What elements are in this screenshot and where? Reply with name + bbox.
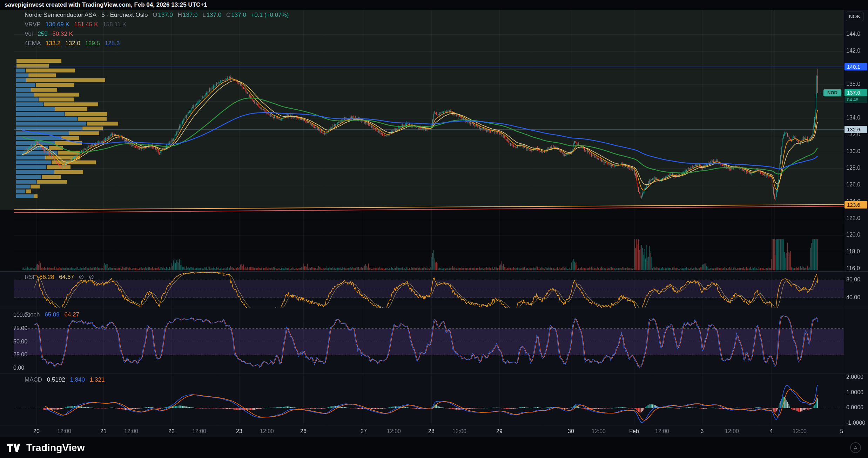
time-axis-label[interactable]: 29 (496, 428, 503, 435)
price-tick-label: 142.0 (846, 48, 860, 54)
tradingview-logo-icon[interactable] (7, 443, 22, 452)
ohlc-h-label: H (178, 12, 182, 18)
time-axis-label[interactable]: 21 (100, 428, 107, 435)
vrvp-sell-value: 151.45 K (74, 21, 98, 28)
price-label-123-6: 123.6 (845, 201, 867, 209)
bar-countdown: 04:48 (845, 97, 867, 103)
rsi-tick-label: 40.00 (846, 294, 860, 301)
ema-value-2: 132.0 (65, 40, 80, 47)
ohlc-c-value: 137.0 (231, 12, 246, 18)
stoch-name[interactable]: Stoch (25, 311, 40, 318)
currency-button[interactable]: NOK (846, 12, 863, 21)
symbol-price-tag: NOD (823, 89, 841, 96)
time-axis-label[interactable]: 12:00 (387, 428, 401, 435)
price-tick-label: 130.0 (846, 148, 860, 155)
stoch-legend: Stoch 65.09 64.27 (25, 311, 82, 320)
volume-ma-value: 50.32 K (52, 30, 73, 37)
corner-badge[interactable]: A (850, 442, 861, 453)
price-tick-label: 128.0 (846, 165, 860, 171)
ema-value-1: 133.2 (46, 40, 61, 47)
chart-overlays: NOK 140.1 137.0 04:48 NOD 132.6 123.6 14… (0, 0, 868, 458)
macd-tick-label: -1.0000 (846, 420, 865, 426)
price-tick-label: 122.0 (846, 215, 860, 221)
rsi-value: 66.28 (39, 274, 54, 280)
stoch-d-value: 64.27 (65, 311, 80, 318)
rsi-hidden-value-2: ∅ (89, 274, 94, 280)
rsi-name[interactable]: RSI (25, 274, 34, 280)
time-axis-label[interactable]: 12:00 (452, 428, 466, 435)
time-axis-label[interactable]: 22 (168, 428, 175, 435)
symbol-legend-row: Nordic Semiconductor ASA · 5 · Euronext … (25, 11, 292, 19)
vrvp-total-value: 158.11 K (103, 21, 126, 28)
stoch-tick-label: 0.00 (13, 365, 24, 371)
time-axis-label[interactable]: 12:00 (592, 428, 606, 435)
price-tick-label: 126.0 (846, 182, 860, 188)
time-axis-label[interactable]: 12:00 (57, 428, 71, 435)
price-tick-label: 144.0 (846, 31, 860, 37)
price-tick-label: 134.0 (846, 115, 860, 121)
stoch-k-value: 65.09 (45, 311, 60, 318)
ema-name[interactable]: 4EMA (25, 40, 41, 47)
time-axis-label[interactable]: Feb (629, 428, 639, 435)
macd-hist-value: 0.5192 (47, 376, 65, 383)
main-legend: Nordic Semiconductor ASA · 5 · Euronext … (25, 11, 292, 49)
ohlc-h-value: 137.0 (183, 12, 198, 18)
price-label-140-1: 140.1 (845, 63, 867, 70)
footer-bar: TradingView A (0, 437, 868, 458)
time-axis-label[interactable]: 26 (300, 428, 307, 435)
macd-line-value: 1.840 (70, 376, 85, 383)
macd-tick-label: 0.0000 (846, 404, 863, 411)
macd-signal-value: 1.321 (90, 376, 105, 383)
brand-name[interactable]: TradingView (26, 442, 85, 453)
time-axis-label[interactable]: 28 (428, 428, 435, 435)
time-axis-label[interactable]: 23 (236, 428, 242, 435)
rsi-hidden-value-1: ∅ (79, 274, 84, 280)
vrvp-legend-row: VRVP 136.69 K 151.45 K 158.11 K (25, 21, 292, 28)
stoch-tick-label: 25.00 (13, 351, 27, 358)
symbol-title[interactable]: Nordic Semiconductor ASA · 5 · Euronext … (25, 12, 148, 18)
price-tick-label: 120.0 (846, 232, 860, 238)
macd-name[interactable]: MACD (25, 376, 42, 383)
volume-value: 259 (38, 30, 47, 37)
time-axis-label[interactable]: 12:00 (192, 428, 206, 435)
price-tick-label: 116.0 (846, 265, 860, 272)
time-axis-label[interactable]: 4 (770, 428, 773, 435)
tradingview-chart-page: savepiginvest created with TradingView.c… (0, 0, 868, 458)
rsi-tick-label: 80.00 (846, 276, 860, 283)
change-value: +0.1 (+0.07%) (251, 12, 289, 18)
time-axis-label[interactable]: 12:00 (260, 428, 274, 435)
vrvp-buy-value: 136.69 K (46, 21, 69, 28)
vrvp-name[interactable]: VRVP (25, 21, 41, 28)
ohlc-l-value: 137.0 (207, 12, 222, 18)
current-price-label: 137.0 (845, 89, 867, 96)
attribution-bar: savepiginvest created with TradingView.c… (0, 0, 868, 10)
ohlc-l-label: L (202, 12, 206, 18)
price-tick-label: 138.0 (846, 81, 860, 87)
time-axis-label[interactable]: 30 (568, 428, 574, 435)
macd-legend: MACD 0.5192 1.840 1.321 (25, 376, 108, 385)
rsi-legend: RSI 66.28 64.67 ∅ ∅ (25, 273, 97, 283)
price-tick-label: 118.0 (846, 248, 860, 255)
macd-tick-label: 2.0000 (846, 374, 863, 380)
price-label-132-6: 132.6 (845, 126, 867, 133)
time-axis-label[interactable]: 12:00 (793, 428, 807, 435)
stoch-tick-label: 50.00 (13, 339, 27, 345)
ohlc-c-label: C (226, 12, 230, 18)
time-axis-label[interactable]: 12:00 (655, 428, 669, 435)
time-axis-label[interactable]: 3 (701, 428, 704, 435)
ema-value-3: 129.5 (85, 40, 100, 47)
time-axis-label[interactable]: 12:00 (124, 428, 138, 435)
ema-legend-row: 4EMA 133.2 132.0 129.5 128.3 (25, 40, 292, 47)
ema-value-4: 128.3 (105, 40, 120, 47)
macd-tick-label: 1.0000 (846, 389, 863, 396)
time-axis-label[interactable]: 5 (840, 428, 843, 435)
volume-legend-row: Vol 259 50.32 K (25, 30, 292, 37)
time-axis-label[interactable]: 12:00 (725, 428, 739, 435)
stoch-tick-label: 75.00 (13, 325, 27, 331)
rsi-ma-value: 64.67 (59, 274, 74, 280)
time-axis-label[interactable]: 20 (33, 428, 40, 435)
time-axis-label[interactable]: 27 (361, 428, 367, 435)
volume-name[interactable]: Vol (25, 30, 33, 37)
attribution-text: savepiginvest created with TradingView.c… (5, 1, 207, 8)
ohlc-o-value: 137.0 (158, 12, 173, 18)
